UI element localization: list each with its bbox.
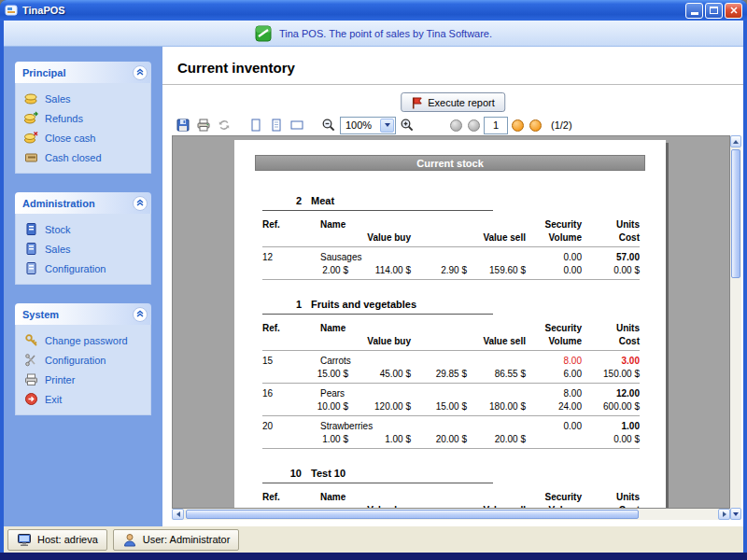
sidebar-item-label: Configuration [45, 355, 106, 366]
col-ref: Ref. [262, 219, 280, 230]
first-page-button[interactable] [450, 119, 462, 132]
next-page-button[interactable] [512, 119, 524, 132]
horizontal-scroll-thumb[interactable] [186, 510, 639, 519]
sidebar-item-label: Change password [45, 335, 128, 346]
cell-cost: 0.00 $ [613, 265, 640, 275]
zoom-out-button[interactable] [319, 116, 338, 134]
panel-header-system[interactable]: System [15, 303, 151, 325]
arrow-up-icon [733, 140, 739, 144]
sidebar-item-admin-configuration[interactable]: Configuration [19, 259, 148, 278]
zoom-dropdown-button[interactable] [380, 119, 394, 133]
sidebar-item-stock[interactable]: Stock [19, 219, 148, 239]
horizontal-scrollbar[interactable] [172, 509, 730, 520]
panel-body: Stock Sales Configuration [15, 214, 151, 285]
panel-header-administration[interactable]: Administration [15, 192, 151, 214]
collapse-button[interactable] [133, 65, 148, 80]
report-title-bar: Current stock [255, 155, 645, 171]
sidebar-item-system-configuration[interactable]: Configuration [19, 350, 148, 370]
execute-report-button[interactable]: Execute report [401, 92, 505, 112]
page-number-input[interactable] [484, 117, 508, 134]
report-flag-icon [411, 96, 423, 109]
coins-close-icon [24, 131, 38, 145]
cell-name: Strawberries [320, 421, 373, 431]
host-indicator[interactable]: Host: adrieva [7, 529, 107, 551]
app-icon [5, 4, 18, 17]
sidebar-panel-administration: Administration Stock [15, 192, 151, 285]
scroll-up-button[interactable] [730, 135, 741, 147]
vertical-scrollbar[interactable] [730, 135, 741, 520]
collapse-button[interactable] [133, 307, 148, 322]
key-icon [24, 333, 38, 347]
table-separator [262, 279, 640, 280]
last-page-button[interactable] [529, 119, 542, 132]
maximize-icon [710, 7, 718, 14]
sidebar-item-admin-sales[interactable]: Sales [19, 239, 148, 259]
report-page: Current stock 2 Meat Ref. Name Security … [234, 140, 666, 509]
table-separator [262, 415, 640, 416]
fit-page-button[interactable] [267, 116, 286, 134]
cell-name: Carrots [320, 356, 351, 366]
cell-sell-price: 2.90 $ [441, 265, 467, 275]
sidebar-item-change-password[interactable]: Change password [19, 330, 148, 350]
cell-cost: 600.00 $ [603, 401, 640, 412]
cell-volume: 6.00 [564, 369, 582, 379]
chevron-up-icon [135, 199, 145, 207]
panel-body: Sales Refunds Close ca [15, 83, 151, 174]
close-icon [730, 7, 738, 14]
report-viewport: Current stock 2 Meat Ref. Name Security … [172, 135, 730, 509]
col-volume: Volume [549, 336, 582, 346]
app-banner: Tina POS. The point of sales by Tina Sof… [4, 21, 743, 47]
reload-button[interactable] [215, 116, 233, 134]
cell-buy-price: 2.00 $ [322, 265, 348, 275]
cell-units: 1.00 [622, 421, 640, 431]
collapse-button[interactable] [133, 196, 148, 211]
section-name: Meat [311, 195, 334, 206]
coins-refund-icon [24, 111, 38, 125]
scroll-down-button[interactable] [730, 508, 741, 520]
sidebar-item-cash-closed[interactable]: Cash closed [19, 147, 148, 167]
section-underline [262, 483, 493, 483]
sidebar-item-refunds[interactable]: Refunds [19, 108, 148, 128]
zoom-value: 100% [345, 119, 372, 131]
cell-name: Sausages [320, 252, 361, 262]
report-section-fruits: 1 Fruits and vegetables Ref. Name Securi… [234, 299, 666, 449]
cell-security: 8.00 [564, 388, 582, 399]
zoom-in-button[interactable] [398, 116, 416, 134]
chevron-up-icon [135, 68, 145, 77]
zoom-select[interactable]: 100% [340, 117, 396, 134]
user-indicator[interactable]: User: Administrator [113, 529, 240, 551]
fit-width-button[interactable] [288, 116, 306, 134]
cell-ref: 16 [262, 388, 273, 399]
sidebar-item-close-cash[interactable]: Close cash [19, 128, 148, 147]
cell-security: 0.00 [564, 421, 582, 431]
section-count: 10 [290, 468, 302, 479]
maximize-button[interactable] [705, 3, 723, 19]
section-underline [262, 210, 493, 211]
col-value-sell: Value sell [483, 232, 526, 243]
col-value-buy: Value buy [367, 232, 411, 243]
zoom-out-icon [321, 118, 336, 133]
save-icon [176, 118, 190, 133]
actual-size-button[interactable] [247, 116, 265, 134]
scroll-left-button[interactable] [172, 509, 184, 520]
cell-volume: 0.00 [564, 265, 582, 275]
sidebar-item-printer[interactable]: Printer [19, 370, 148, 389]
col-value-buy: Value buy [367, 336, 411, 346]
panel-header-principal[interactable]: Principal [15, 62, 151, 83]
scroll-right-button[interactable] [718, 509, 730, 520]
cell-ref: 12 [262, 252, 273, 262]
save-button[interactable] [174, 116, 192, 134]
banner-text: Tina POS. The point of sales by Tina Sof… [279, 28, 492, 39]
print-button[interactable] [194, 116, 213, 134]
sidebar-item-sales[interactable]: Sales [19, 89, 148, 108]
print-icon [196, 118, 211, 133]
previous-page-button[interactable] [468, 119, 480, 132]
vertical-scroll-thumb[interactable] [731, 149, 740, 278]
host-label: Host: adrieva [37, 534, 98, 545]
col-name: Name [320, 219, 345, 230]
minimize-button[interactable] [685, 3, 703, 19]
sidebar-panel-system: System Change password [15, 303, 151, 415]
table-row: 15 Carrots 8.00 3.00 [234, 355, 666, 368]
sidebar-item-exit[interactable]: Exit [19, 389, 148, 409]
close-button[interactable] [725, 3, 742, 19]
